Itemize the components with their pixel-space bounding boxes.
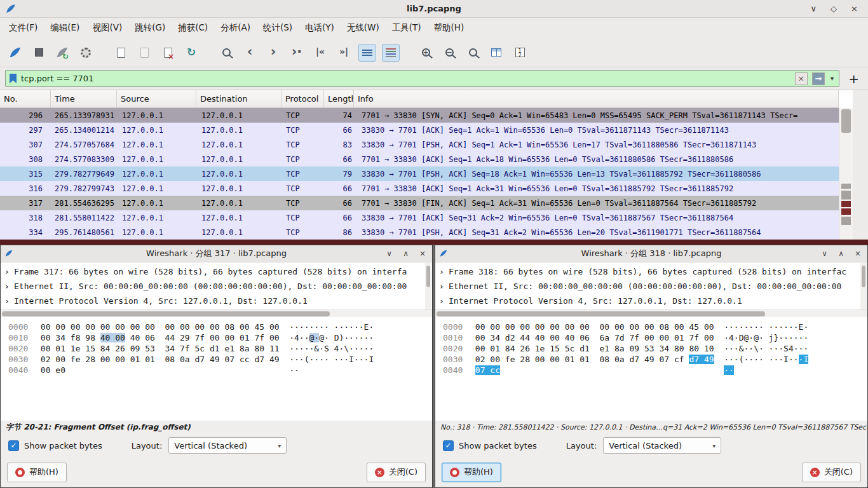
help-button[interactable]: 帮助(H): [7, 463, 67, 482]
next-packet-button[interactable]: ›: [264, 44, 282, 62]
packet-row-297[interactable]: 297265.134001214127.0.0.1127.0.0.1TCP663…: [0, 123, 839, 137]
menu-go[interactable]: 跳转(G): [128, 19, 172, 37]
horizontal-scrollbar[interactable]: [1, 309, 432, 317]
protocol-tree-row[interactable]: ›Frame 317: 66 bytes on wire (528 bits),…: [4, 264, 432, 279]
menu-wireless[interactable]: 无线(W): [341, 19, 386, 37]
close-icon[interactable]: ×: [851, 4, 858, 13]
scrollbar-thumb[interactable]: [841, 109, 851, 133]
hex-row[interactable]: 001000 34 f8 98 40 00 40 0644 29 7f 00 0…: [8, 332, 432, 343]
hex-row[interactable]: 004000 e0··: [8, 365, 432, 376]
expander-icon[interactable]: ›: [439, 279, 449, 294]
menu-help[interactable]: 帮助(H): [427, 19, 470, 37]
close-file-button[interactable]: ×: [159, 44, 177, 62]
expander-icon[interactable]: ›: [439, 264, 449, 279]
maximize-icon[interactable]: ◇: [831, 4, 837, 13]
protocol-tree-row[interactable]: ›Internet Protocol Version 4, Src: 127.0…: [4, 294, 432, 308]
expander-icon[interactable]: ›: [439, 294, 449, 308]
menu-edit[interactable]: 编辑(E): [44, 19, 86, 37]
minimize-icon[interactable]: ∨: [811, 4, 817, 13]
layout-panes-button[interactable]: 12: [511, 44, 529, 62]
close-icon[interactable]: ×: [419, 249, 426, 258]
zoom-in-button[interactable]: +: [417, 44, 435, 62]
protocol-tree-row[interactable]: ›Frame 318: 66 bytes on wire (528 bits),…: [439, 264, 867, 279]
menu-file[interactable]: 文件(F): [3, 19, 44, 37]
title-bar[interactable]: lib7.pcapng ∨ ◇ ×: [0, 0, 868, 18]
packet-list-scrollbar[interactable]: [839, 108, 853, 240]
go-to-packet-button[interactable]: ›·: [288, 44, 306, 62]
show-packet-bytes-checkbox[interactable]: ✓: [8, 440, 19, 451]
filter-dropdown-icon[interactable]: ▾: [829, 74, 836, 83]
reload-file-button[interactable]: ↻: [182, 44, 200, 62]
hex-row[interactable]: 001000 34 d2 44 40 00 40 066a 7d 7f 00 0…: [443, 332, 867, 343]
menu-analyze[interactable]: 分析(A): [214, 19, 257, 37]
hex-row[interactable]: 004007 cc··: [443, 365, 867, 376]
column-header-source[interactable]: Source: [117, 90, 196, 107]
last-packet-button[interactable]: »|: [335, 44, 353, 62]
packet-row-296[interactable]: 296265.133978931127.0.0.1127.0.0.1TCP747…: [0, 108, 839, 123]
save-file-button[interactable]: [135, 44, 153, 62]
filter-apply-icon[interactable]: →: [812, 72, 825, 85]
scrollbar-thumb[interactable]: [2, 311, 330, 316]
dialog-title-bar[interactable]: Wireshark · 分组 318 · lib7.pcapng ∨ ∧ ×: [435, 245, 867, 262]
menu-statistics[interactable]: 统计(S): [257, 19, 299, 37]
protocol-tree-row[interactable]: ›Ethernet II, Src: 00:00:00_00:00:00 (00…: [4, 279, 432, 294]
previous-packet-button[interactable]: ‹: [241, 44, 259, 62]
expander-icon[interactable]: ›: [4, 264, 14, 279]
expander-icon[interactable]: ›: [4, 279, 14, 294]
detail-scrollbar[interactable]: [425, 263, 431, 310]
scrollbar-thumb[interactable]: [862, 266, 865, 287]
shade-down-icon[interactable]: ∨: [386, 249, 392, 258]
add-filter-button[interactable]: +: [844, 71, 863, 86]
column-header-no[interactable]: No.: [0, 90, 51, 107]
capture-options-button[interactable]: [77, 44, 95, 62]
layout-select[interactable]: Vertical (Stacked) ▾: [168, 437, 287, 454]
start-capture-button[interactable]: [6, 44, 24, 62]
colorize-packets-button[interactable]: [382, 44, 400, 62]
close-dialog-button[interactable]: × 关闭(C): [802, 463, 861, 482]
packet-row-334[interactable]: 334295.761480561127.0.0.1127.0.0.1TCP863…: [0, 225, 839, 240]
layout-select[interactable]: Vertical (Stacked) ▾: [603, 437, 721, 454]
menu-telephony[interactable]: 电话(Y): [299, 19, 341, 37]
filter-bookmark-icon[interactable]: [10, 74, 17, 83]
column-header-time[interactable]: Time: [51, 90, 117, 107]
column-header-info[interactable]: Info: [354, 90, 839, 107]
hex-row[interactable]: 002000 01 1e 15 84 26 09 5334 7f 5c d1 e…: [8, 343, 432, 354]
scrollbar-thumb[interactable]: [437, 311, 765, 316]
packet-row-315[interactable]: 315279.782779649127.0.0.1127.0.0.1TCP793…: [0, 166, 839, 181]
show-packet-bytes-checkbox[interactable]: ✓: [443, 440, 454, 451]
open-file-button[interactable]: [112, 44, 130, 62]
shade-up-icon[interactable]: ∧: [838, 249, 844, 258]
column-header-protocol[interactable]: Protocol: [281, 90, 324, 107]
packet-row-308[interactable]: 308274.577083309127.0.0.1127.0.0.1TCP667…: [0, 152, 839, 166]
hex-dump-pane[interactable]: 000000 00 00 00 00 00 00 0000 00 00 00 0…: [1, 317, 432, 421]
horizontal-scrollbar[interactable]: [435, 309, 867, 317]
auto-scroll-button[interactable]: [358, 44, 376, 62]
packet-row-316[interactable]: 316279.782799743127.0.0.1127.0.0.1TCP667…: [0, 181, 839, 196]
dialog-title-bar[interactable]: Wireshark · 分组 317 · lib7.pcapng ∨ ∧ ×: [1, 245, 432, 262]
find-packet-button[interactable]: [217, 44, 235, 62]
zoom-reset-button[interactable]: [464, 44, 482, 62]
zoom-out-button[interactable]: −: [440, 44, 458, 62]
packet-row-307[interactable]: 307274.577057684127.0.0.1127.0.0.1TCP833…: [0, 137, 839, 152]
restart-capture-button[interactable]: ↻: [53, 44, 71, 62]
packet-row-318[interactable]: 318281.558011422127.0.0.1127.0.0.1TCP663…: [0, 210, 839, 225]
first-packet-button[interactable]: |«: [311, 44, 329, 62]
hex-row[interactable]: 000000 00 00 00 00 00 00 0000 00 00 00 0…: [8, 322, 432, 332]
shade-up-icon[interactable]: ∧: [403, 249, 409, 258]
hex-row[interactable]: 002000 01 84 26 1e 15 5c d1e1 8a 09 53 3…: [443, 343, 867, 354]
column-header-destination[interactable]: Destination: [196, 90, 281, 107]
detail-scrollbar[interactable]: [860, 263, 867, 310]
protocol-tree-row[interactable]: ›Ethernet II, Src: 00:00:00_00:00:00 (00…: [439, 279, 867, 294]
hex-row[interactable]: 003002 00 fe 28 00 00 01 0108 0a d7 49 0…: [443, 354, 867, 365]
hex-dump-pane[interactable]: 000000 00 00 00 00 00 00 0000 00 00 00 0…: [435, 317, 867, 421]
hex-row[interactable]: 000000 00 00 00 00 00 00 0000 00 00 00 0…: [443, 322, 867, 332]
protocol-tree-row[interactable]: ›Internet Protocol Version 4, Src: 127.0…: [439, 294, 867, 308]
column-header-length[interactable]: Length: [324, 90, 354, 107]
close-icon[interactable]: ×: [855, 249, 861, 258]
menu-tools[interactable]: 工具(T): [386, 19, 428, 37]
menu-capture[interactable]: 捕获(C): [172, 19, 214, 37]
help-button[interactable]: 帮助(H): [442, 463, 501, 482]
shade-down-icon[interactable]: ∨: [822, 249, 827, 258]
filter-clear-icon[interactable]: ×: [795, 72, 808, 85]
resize-columns-button[interactable]: [487, 44, 505, 62]
